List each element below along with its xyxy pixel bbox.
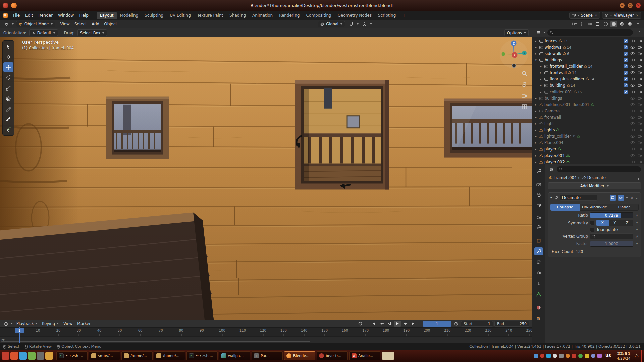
remove-viewlayer-icon[interactable]: ✕ (636, 14, 639, 17)
hide-in-viewport-eye-icon[interactable] (630, 84, 635, 87)
viewport-menu-add[interactable]: Add (89, 21, 102, 27)
preview-range-clock-icon[interactable] (453, 321, 460, 327)
remove-modifier-icon[interactable]: × (630, 195, 634, 200)
selectable-checkbox[interactable] (624, 71, 628, 75)
workspace-tab-rendering[interactable]: Rendering (276, 12, 303, 19)
properties-search-input[interactable] (557, 166, 641, 172)
distro-logo-icon[interactable] (3, 3, 8, 8)
properties-tab-world[interactable] (534, 223, 543, 231)
expand-arrow-icon[interactable]: ▸ (534, 141, 538, 144)
outliner-row-fences[interactable]: ▸ fences13 (532, 38, 644, 44)
outliner-row-player.002[interactable]: ▸ player.002 (532, 159, 644, 164)
expand-arrow-icon[interactable]: ▸ (539, 84, 543, 87)
timeline-hscrollbar[interactable] (1, 341, 310, 342)
menu-render[interactable]: Render (36, 12, 55, 19)
taskbar-window-blender[interactable]: Blende... (284, 351, 315, 360)
animate-factor-icon[interactable]: • (635, 241, 639, 246)
decimate-tab-planar[interactable]: Planar (609, 204, 639, 211)
untitled-window-button[interactable] (382, 352, 394, 360)
shading-dropdown-icon[interactable] (635, 21, 641, 27)
blender-logo-icon[interactable] (3, 13, 8, 18)
tray-network-icon[interactable] (578, 354, 583, 358)
ratio-slider[interactable]: 0.7279 (590, 212, 633, 218)
viewport-menu-view[interactable]: View (58, 21, 72, 27)
workspace-tab-scripting[interactable]: Scripting (375, 12, 399, 19)
outliner-row-Plane.004[interactable]: ▸ Plane.004 (532, 139, 644, 146)
properties-tab-tool[interactable] (534, 167, 543, 175)
outliner-row-floor_plus_collider[interactable]: ▸ floor_plus_collider14 (532, 76, 644, 82)
gizmo-y-label[interactable]: Y (523, 52, 525, 55)
hide-in-viewport-eye-icon[interactable] (630, 141, 635, 144)
taskbar-window-folder[interactable]: smb://... (89, 351, 120, 360)
disable-in-render-camera-icon[interactable] (638, 141, 642, 144)
taskbar-window-paw[interactable]: bear tr... (317, 351, 348, 360)
shading-rendered-icon[interactable] (627, 21, 633, 27)
hide-in-viewport-eye-icon[interactable] (630, 154, 635, 157)
expand-arrow-icon[interactable]: ▸ (534, 109, 538, 113)
shading-wireframe-icon[interactable] (602, 21, 609, 27)
symmetry-checkbox[interactable] (590, 221, 594, 225)
outliner-row-lights[interactable]: ▸ lights (532, 127, 644, 133)
properties-tab-texture[interactable] (534, 314, 543, 322)
outliner-editor-type-icon[interactable] (535, 29, 541, 36)
workspace-tab-uv-editing[interactable]: UV Editing (167, 12, 194, 19)
tray-media-icon[interactable] (566, 354, 570, 358)
expand-arrow-icon[interactable]: ▸ (534, 97, 538, 100)
workspace-tab-animation[interactable]: Animation (249, 12, 276, 19)
next-keyframe-button[interactable] (402, 321, 409, 327)
clock[interactable]: 22:51 4/28/24 (617, 351, 630, 361)
transform-orientation-dropdown[interactable]: Global (318, 21, 345, 27)
orientation-dropdown[interactable]: Default (29, 29, 58, 36)
tray-screenshot-icon[interactable] (553, 354, 557, 358)
tray-notes-icon[interactable] (534, 354, 538, 358)
viewport-menu-select[interactable]: Select (72, 21, 89, 27)
selectable-checkbox[interactable] (624, 64, 628, 68)
disable-in-render-camera-icon[interactable] (638, 52, 642, 55)
web-browser-icon[interactable] (19, 352, 27, 360)
disable-in-render-camera-icon[interactable] (638, 135, 642, 138)
outliner-row-buildings[interactable]: ▸ buildings (532, 95, 644, 101)
animate-triangulate-icon[interactable]: • (635, 227, 639, 232)
tool-scale-button[interactable] (3, 83, 13, 93)
properties-tab-physics[interactable] (534, 269, 543, 277)
overlays-toggle-icon[interactable] (586, 21, 593, 27)
selectable-checkbox[interactable] (624, 58, 628, 62)
proportional-dropdown-icon[interactable] (370, 23, 372, 25)
options-dropdown[interactable]: Options (504, 29, 529, 36)
tool-measure-button[interactable] (3, 114, 13, 124)
disable-in-render-camera-icon[interactable] (638, 71, 642, 74)
disable-in-render-camera-icon[interactable] (638, 65, 642, 68)
prev-keyframe-button[interactable] (378, 321, 385, 327)
hide-in-viewport-eye-icon[interactable] (630, 52, 635, 55)
expand-arrow-icon[interactable]: ▸ (534, 154, 538, 157)
decimate-tab-collapse[interactable]: Collapse (550, 204, 580, 211)
disable-in-render-camera-icon[interactable] (638, 39, 642, 43)
hide-in-viewport-eye-icon[interactable] (630, 77, 635, 81)
tray-volume-icon[interactable] (591, 354, 595, 358)
symmetry-axis-x[interactable]: X (596, 220, 609, 226)
expand-arrow-icon[interactable]: ▸ (534, 135, 538, 138)
tray-power-icon[interactable] (540, 354, 544, 358)
pan-hand-icon[interactable] (521, 81, 528, 89)
trash-icon[interactable]: ♺ (635, 353, 639, 358)
disable-in-render-camera-icon[interactable] (638, 84, 642, 87)
expand-arrow-icon[interactable]: ▸ (534, 46, 538, 49)
expand-arrow-icon[interactable]: ▸ (534, 147, 538, 151)
drag-handle-icon[interactable]: ∷ (636, 196, 639, 200)
symmetry-axis-y[interactable]: Y (609, 220, 621, 226)
taskbar-window-terminal[interactable]: >_~ : zsh ... (56, 351, 88, 360)
keyboard-layout-indicator[interactable]: US (604, 354, 612, 358)
zoom-icon[interactable] (521, 70, 528, 78)
breadcrumb-object[interactable]: frameL.004 (554, 175, 577, 180)
gizmo-x-label[interactable]: X (514, 54, 516, 57)
timeline-ruler[interactable]: 1020304050607080901001101201301401501601… (0, 327, 532, 336)
expand-arrow-icon[interactable]: ▸ (539, 71, 543, 74)
selectable-checkbox[interactable] (624, 39, 628, 43)
hide-in-viewport-eye-icon[interactable] (630, 116, 635, 119)
mail-client-icon[interactable] (10, 352, 18, 360)
end-frame-field[interactable]: End 250 (494, 321, 529, 327)
workspace-tab--[interactable]: + (399, 12, 409, 19)
outliner-row-frontwall[interactable]: ▸ frontwall (532, 114, 644, 120)
menu-window[interactable]: Window (55, 12, 76, 19)
outliner-row-windows[interactable]: ▸ windows14 (532, 44, 644, 50)
